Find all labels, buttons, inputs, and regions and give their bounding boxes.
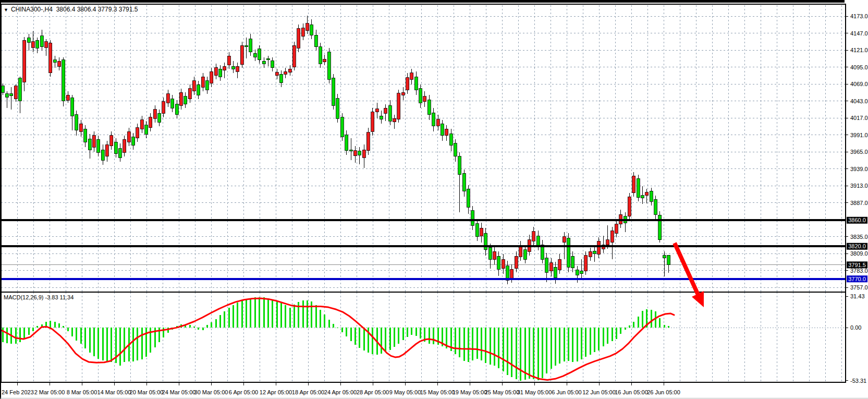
candle-body [253,53,256,57]
date-tick-label: 31 May 05:00 [517,389,552,395]
price-tick-label: 3991.0 [850,132,868,138]
candle-body [171,99,174,108]
candle-body [558,259,561,270]
macd-tick-label: 0.00 [850,324,861,331]
symbol-dropdown-icon[interactable]: ▼ [4,7,8,13]
candle-body [410,73,413,80]
candle-body [327,52,331,80]
date-tick-label: 20 Mar 05:00 [130,389,164,395]
candle-body [510,269,514,279]
candle-body [53,60,56,63]
candle-body [79,124,82,131]
candle-body [563,237,566,243]
candle-body [414,77,418,90]
candle-body [279,74,283,82]
price-badge-label: 3860.0 [848,217,866,223]
candle-body [349,150,352,151]
price-tick-label: 3965.0 [850,149,868,155]
candle-body [288,69,291,72]
candle-body [480,228,483,236]
candle-body [445,129,448,136]
candle-body [105,144,108,156]
horizontal-gridlines [1,16,846,328]
candle-body [75,115,78,130]
candle-body [645,192,649,196]
level-lines[interactable] [1,220,846,279]
candle-body [210,71,213,83]
date-tick-label: 14 Mar 05:00 [97,389,131,395]
candle-body [179,92,182,105]
candle-body [475,224,479,237]
candle-body [236,66,239,71]
candle-body [62,60,65,101]
candle-body [462,173,466,191]
price-tick-label: 3913.0 [850,183,868,189]
symbol-legend: ▼CHINA300-,H4 3806.4 3806.4 3779.3 3791.… [4,6,138,13]
date-tick-label: 9 May 05:00 [389,389,421,395]
candle-body [275,72,278,76]
candle-body [192,81,195,91]
candle-body [118,149,121,158]
candle-body [488,248,492,260]
date-tick-label: 12 Jun 05:00 [582,389,616,395]
candle-body [201,77,204,87]
date-tick-label: 2 Mar 05:00 [34,389,65,395]
candle-body [432,113,435,126]
price-tick-label: 4173.0 [850,13,868,19]
candle-body [14,86,17,99]
candle-body [576,270,579,275]
candle-body [184,96,187,104]
candle-body [1,86,4,93]
candle-body [45,42,48,47]
candle-body [388,105,392,121]
price-badge-label: 3770.0 [848,276,866,282]
price-tick-label: 4121.0 [850,47,868,53]
candle-body [310,25,313,35]
candle-body [458,156,461,175]
date-tick-label: 30 Mar 05:00 [194,389,228,395]
chart-canvas[interactable]: 4173.04147.04121.04095.04069.04043.04017… [0,0,868,399]
date-tick-label: 19 May 05:00 [453,389,487,395]
date-axis[interactable]: 24 Feb 20232 Mar 05:008 Mar 05:0014 Mar … [2,382,680,395]
candle-body [449,134,453,146]
candle-body [597,241,601,254]
candle-body [323,59,326,62]
candle-body [532,232,535,241]
price-tick-label: 4147.0 [850,30,868,37]
date-tick-label: 25 May 05:00 [485,389,520,395]
ohlc-values: 3806.4 3806.4 3779.3 3791.5 [56,6,138,13]
price-tick-label: 3809.0 [850,250,868,257]
price-panel-border [1,4,846,292]
candle-body [523,250,527,260]
candle-body [40,36,43,47]
candle-body [292,45,296,67]
candle-body [423,96,426,102]
candle-body [554,267,557,277]
candle-body [227,56,230,65]
candle-body [493,251,496,259]
symbol-period-label: CHINA300-,H4 [11,6,53,13]
candle-body [610,231,614,243]
price-axis[interactable]: 4173.04147.04121.04095.04069.04043.04017… [846,13,868,384]
candle-body [136,128,139,138]
candle-body [249,39,252,52]
candle-body [232,66,235,69]
date-tick-label: 24 Feb 2023 [2,389,34,395]
candle-body [345,135,348,151]
candle-body [66,95,69,100]
candle-body [36,40,39,48]
candle-body [358,151,361,155]
price-tick-label: 4069.0 [850,81,868,87]
candle-body [637,178,640,197]
candle-body [140,120,143,129]
price-tick-label: 4017.0 [850,115,868,121]
candle-body [606,240,609,245]
down-arrow-annotation[interactable] [675,243,704,307]
candle-body [397,93,400,119]
candle-body [441,124,444,136]
candle-body [406,78,409,90]
candle-body [340,117,344,137]
candle-body [663,256,666,258]
candle-body [593,251,596,253]
candle-body [393,118,396,122]
